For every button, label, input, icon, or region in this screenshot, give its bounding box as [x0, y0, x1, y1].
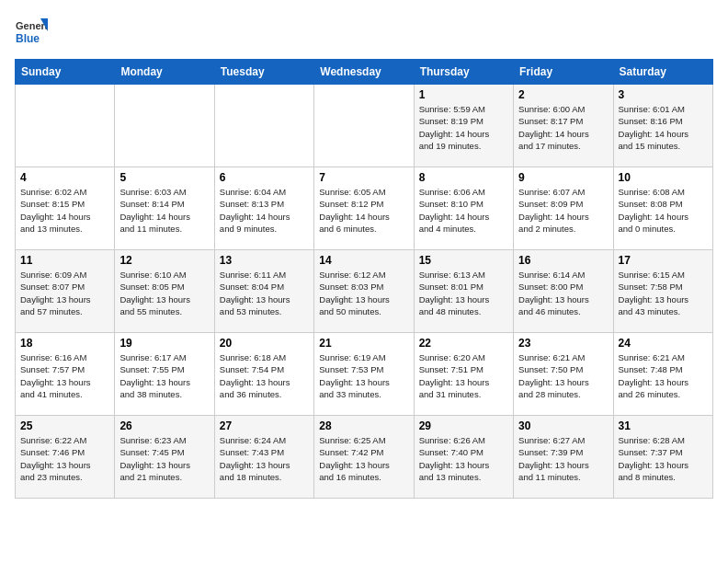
day-number: 26 [119, 419, 209, 432]
day-number: 15 [419, 254, 508, 267]
day-info: Sunrise: 6:10 AM Sunset: 8:05 PM Dayligh… [119, 269, 209, 317]
calendar-cell: 27Sunrise: 6:24 AM Sunset: 7:43 PM Dayli… [214, 416, 313, 499]
day-info: Sunrise: 6:09 AM Sunset: 8:07 PM Dayligh… [20, 269, 109, 317]
day-number: 21 [319, 337, 408, 350]
calendar-cell: 8Sunrise: 6:06 AM Sunset: 8:10 PM Daylig… [414, 167, 513, 250]
day-number: 27 [220, 419, 309, 432]
logo: General Blue [15, 15, 48, 48]
day-info: Sunrise: 6:22 AM Sunset: 7:46 PM Dayligh… [20, 434, 109, 483]
calendar-cell [115, 85, 214, 167]
day-number: 12 [119, 254, 209, 267]
day-number: 20 [220, 337, 309, 350]
day-number: 29 [419, 419, 508, 432]
calendar-cell [214, 85, 313, 167]
day-info: Sunrise: 6:17 AM Sunset: 7:55 PM Dayligh… [119, 351, 209, 400]
day-info: Sunrise: 6:04 AM Sunset: 8:13 PM Dayligh… [220, 186, 309, 235]
day-info: Sunrise: 6:08 AM Sunset: 8:08 PM Dayligh… [619, 186, 708, 235]
day-info: Sunrise: 6:13 AM Sunset: 8:01 PM Dayligh… [419, 269, 508, 317]
day-info: Sunrise: 6:19 AM Sunset: 7:53 PM Dayligh… [319, 351, 408, 400]
day-number: 1 [419, 88, 508, 101]
day-info: Sunrise: 6:00 AM Sunset: 8:17 PM Dayligh… [518, 103, 608, 152]
day-info: Sunrise: 6:14 AM Sunset: 8:00 PM Dayligh… [518, 269, 608, 317]
day-number: 11 [20, 254, 109, 267]
day-number: 13 [220, 254, 309, 267]
day-info: Sunrise: 6:03 AM Sunset: 8:14 PM Dayligh… [119, 186, 209, 235]
day-number: 7 [319, 171, 408, 184]
col-header-thursday: Thursday [414, 60, 513, 85]
calendar-week-row: 1Sunrise: 5:59 AM Sunset: 8:19 PM Daylig… [16, 85, 713, 167]
calendar-cell: 20Sunrise: 6:18 AM Sunset: 7:54 PM Dayli… [214, 333, 313, 416]
calendar-cell: 28Sunrise: 6:25 AM Sunset: 7:42 PM Dayli… [314, 416, 414, 499]
col-header-monday: Monday [115, 60, 214, 85]
day-number: 9 [518, 171, 608, 184]
day-info: Sunrise: 5:59 AM Sunset: 8:19 PM Dayligh… [419, 103, 508, 152]
col-header-sunday: Sunday [16, 60, 115, 85]
day-number: 18 [20, 337, 109, 350]
calendar-cell: 15Sunrise: 6:13 AM Sunset: 8:01 PM Dayli… [414, 250, 513, 333]
calendar-cell: 29Sunrise: 6:26 AM Sunset: 7:40 PM Dayli… [414, 416, 513, 499]
calendar-header-row: SundayMondayTuesdayWednesdayThursdayFrid… [16, 60, 713, 85]
day-info: Sunrise: 6:25 AM Sunset: 7:42 PM Dayligh… [319, 434, 408, 483]
calendar-week-row: 25Sunrise: 6:22 AM Sunset: 7:46 PM Dayli… [16, 416, 713, 499]
calendar-cell: 7Sunrise: 6:05 AM Sunset: 8:12 PM Daylig… [314, 167, 414, 250]
day-number: 24 [619, 337, 708, 350]
calendar-table: SundayMondayTuesdayWednesdayThursdayFrid… [15, 59, 713, 499]
day-info: Sunrise: 6:06 AM Sunset: 8:10 PM Dayligh… [419, 186, 508, 235]
day-number: 22 [419, 337, 508, 350]
day-number: 6 [220, 171, 309, 184]
day-info: Sunrise: 6:11 AM Sunset: 8:04 PM Dayligh… [220, 269, 309, 317]
day-info: Sunrise: 6:23 AM Sunset: 7:45 PM Dayligh… [119, 434, 209, 483]
day-info: Sunrise: 6:28 AM Sunset: 7:37 PM Dayligh… [619, 434, 708, 483]
calendar-cell: 24Sunrise: 6:21 AM Sunset: 7:48 PM Dayli… [613, 333, 712, 416]
day-number: 2 [518, 88, 608, 101]
calendar-cell [16, 85, 115, 167]
col-header-friday: Friday [514, 60, 613, 85]
day-number: 5 [119, 171, 209, 184]
day-info: Sunrise: 6:21 AM Sunset: 7:50 PM Dayligh… [518, 351, 608, 400]
calendar-week-row: 18Sunrise: 6:16 AM Sunset: 7:57 PM Dayli… [16, 333, 713, 416]
day-info: Sunrise: 6:18 AM Sunset: 7:54 PM Dayligh… [220, 351, 309, 400]
calendar-cell: 5Sunrise: 6:03 AM Sunset: 8:14 PM Daylig… [115, 167, 214, 250]
calendar-cell: 26Sunrise: 6:23 AM Sunset: 7:45 PM Dayli… [115, 416, 214, 499]
svg-text:Blue: Blue [16, 32, 40, 45]
day-info: Sunrise: 6:02 AM Sunset: 8:15 PM Dayligh… [20, 186, 109, 235]
calendar-cell: 23Sunrise: 6:21 AM Sunset: 7:50 PM Dayli… [514, 333, 613, 416]
day-number: 4 [20, 171, 109, 184]
logo-svg: General Blue [15, 15, 48, 48]
day-number: 17 [619, 254, 708, 267]
calendar-cell: 1Sunrise: 5:59 AM Sunset: 8:19 PM Daylig… [414, 85, 513, 167]
day-info: Sunrise: 6:21 AM Sunset: 7:48 PM Dayligh… [619, 351, 708, 400]
day-number: 25 [20, 419, 109, 432]
calendar-cell: 10Sunrise: 6:08 AM Sunset: 8:08 PM Dayli… [613, 167, 712, 250]
calendar-cell: 9Sunrise: 6:07 AM Sunset: 8:09 PM Daylig… [514, 167, 613, 250]
calendar-cell: 17Sunrise: 6:15 AM Sunset: 7:58 PM Dayli… [613, 250, 712, 333]
calendar-cell: 21Sunrise: 6:19 AM Sunset: 7:53 PM Dayli… [314, 333, 414, 416]
calendar-cell: 30Sunrise: 6:27 AM Sunset: 7:39 PM Dayli… [514, 416, 613, 499]
day-number: 3 [619, 88, 708, 101]
day-number: 19 [119, 337, 209, 350]
day-number: 31 [619, 419, 708, 432]
day-info: Sunrise: 6:24 AM Sunset: 7:43 PM Dayligh… [220, 434, 309, 483]
calendar-cell: 16Sunrise: 6:14 AM Sunset: 8:00 PM Dayli… [514, 250, 613, 333]
calendar-cell [314, 85, 414, 167]
calendar-cell: 4Sunrise: 6:02 AM Sunset: 8:15 PM Daylig… [16, 167, 115, 250]
day-info: Sunrise: 6:01 AM Sunset: 8:16 PM Dayligh… [619, 103, 708, 152]
calendar-week-row: 4Sunrise: 6:02 AM Sunset: 8:15 PM Daylig… [16, 167, 713, 250]
day-number: 28 [319, 419, 408, 432]
calendar-cell: 6Sunrise: 6:04 AM Sunset: 8:13 PM Daylig… [214, 167, 313, 250]
calendar-cell: 13Sunrise: 6:11 AM Sunset: 8:04 PM Dayli… [214, 250, 313, 333]
calendar-cell: 3Sunrise: 6:01 AM Sunset: 8:16 PM Daylig… [613, 85, 712, 167]
day-info: Sunrise: 6:20 AM Sunset: 7:51 PM Dayligh… [419, 351, 508, 400]
day-info: Sunrise: 6:12 AM Sunset: 8:03 PM Dayligh… [319, 269, 408, 317]
day-info: Sunrise: 6:26 AM Sunset: 7:40 PM Dayligh… [419, 434, 508, 483]
day-number: 14 [319, 254, 408, 267]
day-number: 23 [518, 337, 608, 350]
calendar-cell: 25Sunrise: 6:22 AM Sunset: 7:46 PM Dayli… [16, 416, 115, 499]
day-number: 30 [518, 419, 608, 432]
calendar-cell: 12Sunrise: 6:10 AM Sunset: 8:05 PM Dayli… [115, 250, 214, 333]
col-header-saturday: Saturday [613, 60, 712, 85]
day-info: Sunrise: 6:05 AM Sunset: 8:12 PM Dayligh… [319, 186, 408, 235]
col-header-tuesday: Tuesday [214, 60, 313, 85]
page-header: General Blue [15, 15, 713, 48]
calendar-cell: 18Sunrise: 6:16 AM Sunset: 7:57 PM Dayli… [16, 333, 115, 416]
